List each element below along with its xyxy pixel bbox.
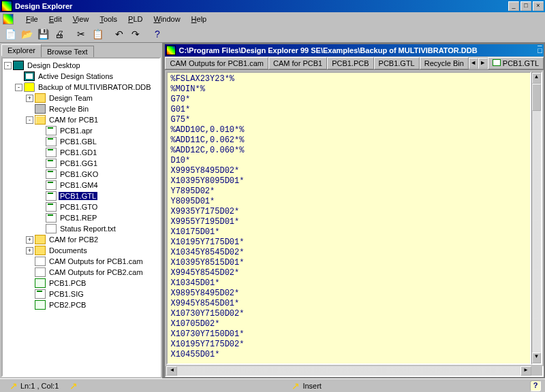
cut-button[interactable]: ✂	[74, 27, 89, 42]
doc-tab[interactable]: Recycle Bin	[420, 57, 469, 69]
file-icon	[46, 148, 57, 157]
expand-toggle	[26, 269, 33, 276]
tab-scroll-right[interactable]: ►	[478, 58, 488, 69]
tree-label: Documents	[48, 246, 89, 255]
maximize-button[interactable]: □	[520, 1, 531, 11]
doc-minimize-button[interactable]: _	[538, 38, 542, 46]
help-icon[interactable]: ?	[530, 380, 541, 391]
save-button[interactable]: 💾	[35, 27, 50, 42]
tree-item[interactable]: PCB1.GBL	[4, 136, 158, 147]
menu-view[interactable]: View	[67, 14, 95, 24]
expand-toggle[interactable]: +	[26, 95, 33, 102]
doc-tab[interactable]: CAM for PCB1	[268, 57, 327, 69]
tree-item[interactable]: PCB1.REP	[4, 212, 158, 223]
menu-pld[interactable]: PLD	[123, 14, 148, 24]
doc-tab[interactable]: PCB1.GTL	[374, 57, 420, 69]
expand-toggle	[37, 193, 44, 200]
file-icon	[46, 159, 57, 168]
toolbar: 📄 📂 💾 🖨 ✂ 📋 ↶ ↷ ?	[0, 25, 545, 43]
expand-toggle[interactable]: +	[26, 236, 33, 244]
pcb-icon	[35, 300, 46, 310]
doc-tab[interactable]: CAM Outputs for PCB1.cam	[165, 57, 268, 69]
expand-toggle[interactable]: -	[15, 84, 22, 91]
menu-help[interactable]: Help	[186, 14, 213, 24]
menu-file[interactable]: File	[20, 14, 44, 24]
tree-label: Design Team	[48, 94, 94, 102]
tree-item[interactable]: Active Design Stations	[4, 71, 158, 82]
help-button[interactable]: ?	[150, 27, 165, 42]
tree-item[interactable]: PCB1.GM4	[4, 180, 158, 191]
tree-item[interactable]: CAM Outputs for PCB1.cam	[4, 256, 158, 267]
minimize-button[interactable]: _	[508, 1, 519, 11]
scroll-right-button[interactable]: ►	[520, 366, 531, 376]
tree-label: PCB1.SIG	[48, 290, 85, 298]
file-icon	[46, 180, 57, 190]
cam-icon	[35, 267, 46, 277]
expand-toggle	[37, 203, 44, 211]
tree-item[interactable]: PCB1.GTL	[4, 191, 158, 201]
tree-label: PCB1.apr	[59, 127, 94, 135]
tree-label: PCB1.GTL	[59, 192, 97, 200]
open-button[interactable]: 📂	[19, 27, 34, 42]
tab-explorer[interactable]: Explorer	[1, 44, 42, 56]
folderopen-icon	[35, 115, 46, 125]
expand-toggle[interactable]: -	[26, 116, 33, 124]
copy-button[interactable]: 📋	[90, 27, 105, 42]
undo-button[interactable]: ↶	[112, 27, 127, 42]
tree-item[interactable]: +Documents	[4, 245, 158, 256]
print-button[interactable]: 🖨	[52, 27, 67, 42]
scroll-down-button[interactable]: ▼	[532, 353, 541, 363]
tree-label: CAM Outputs for PCB1.cam	[48, 257, 144, 265]
tree-item[interactable]: +Design Team	[4, 93, 158, 103]
tree-item[interactable]: PCB1.GG1	[4, 158, 158, 169]
scroll-up-button[interactable]: ▲	[532, 73, 541, 84]
tab-scroll-left[interactable]: ◄	[469, 58, 478, 69]
horizontal-scrollbar[interactable]: ◄ ►	[165, 366, 544, 377]
tree-item[interactable]: PCB1.GKO	[4, 169, 158, 180]
menu-window[interactable]: Window	[148, 14, 185, 24]
expand-toggle	[15, 73, 22, 80]
expand-toggle[interactable]: -	[4, 62, 12, 69]
system-menu-icon[interactable]	[3, 14, 14, 24]
expand-toggle	[26, 280, 33, 287]
tab-browse-text[interactable]: Browse Text	[41, 46, 94, 57]
document-tabs: CAM Outputs for PCB1.camCAM for PCB1PCB1…	[165, 56, 544, 70]
expand-toggle	[26, 105, 33, 113]
expand-toggle[interactable]: +	[26, 247, 33, 255]
tree-item[interactable]: -Backup of MULTIVIBRATOR.DDB	[4, 82, 158, 93]
menu-tools[interactable]: Tools	[94, 14, 123, 24]
new-button[interactable]: 📄	[3, 27, 18, 42]
tree-item[interactable]: Status Report.txt	[4, 223, 158, 234]
close-button[interactable]: ×	[533, 1, 544, 11]
tree-label: CAM Outputs for PCB2.cam	[48, 268, 144, 276]
tree-item[interactable]: -Design Desktop	[4, 60, 158, 71]
tree-label: Status Report.txt	[59, 225, 117, 233]
tree-label: PCB1.GTO	[59, 203, 99, 211]
vertical-scrollbar[interactable]: ▲ ▼	[531, 71, 542, 365]
doc-tab-active[interactable]: PCB1.GTL	[488, 57, 544, 69]
doc-tab[interactable]: PCB1.PCB	[327, 57, 373, 69]
scroll-left-button[interactable]: ◄	[166, 366, 177, 376]
tree-item[interactable]: -CAM for PCB1	[4, 114, 158, 125]
tree-item[interactable]: +CAM for PCB2	[4, 234, 158, 245]
tree-view[interactable]: -Design DesktopActive Design Stations-Ba…	[1, 57, 161, 377]
expand-toggle	[37, 214, 44, 222]
scroll-thumb[interactable]	[532, 84, 541, 111]
tree-item[interactable]: PCB1.GTO	[4, 201, 158, 212]
tree-item[interactable]: PCB2.PCB	[4, 299, 158, 310]
tree-item[interactable]: PCB1.apr	[4, 125, 158, 136]
tree-item[interactable]: PCB1.GD1	[4, 147, 158, 158]
file-icon	[46, 126, 57, 135]
tree-item[interactable]: CAM Outputs for PCB2.cam	[4, 267, 158, 278]
file-icon	[46, 202, 57, 212]
folder-icon	[35, 93, 46, 103]
tree-item[interactable]: PCB1.PCB	[4, 278, 158, 289]
tree-item[interactable]: PCB1.SIG	[4, 289, 158, 299]
expand-toggle	[37, 225, 44, 233]
text-editor[interactable]: %FSLAX23Y23*% %MOIN*% G70* G01* G75* %AD…	[166, 71, 531, 365]
menu-edit[interactable]: Edit	[44, 14, 67, 24]
doc-maximize-button[interactable]: □	[538, 46, 542, 54]
document-title: C:\Program Files\Design Explorer 99 SE\E…	[178, 46, 538, 54]
redo-button[interactable]: ↷	[128, 27, 143, 42]
tree-item[interactable]: Recycle Bin	[4, 103, 158, 114]
